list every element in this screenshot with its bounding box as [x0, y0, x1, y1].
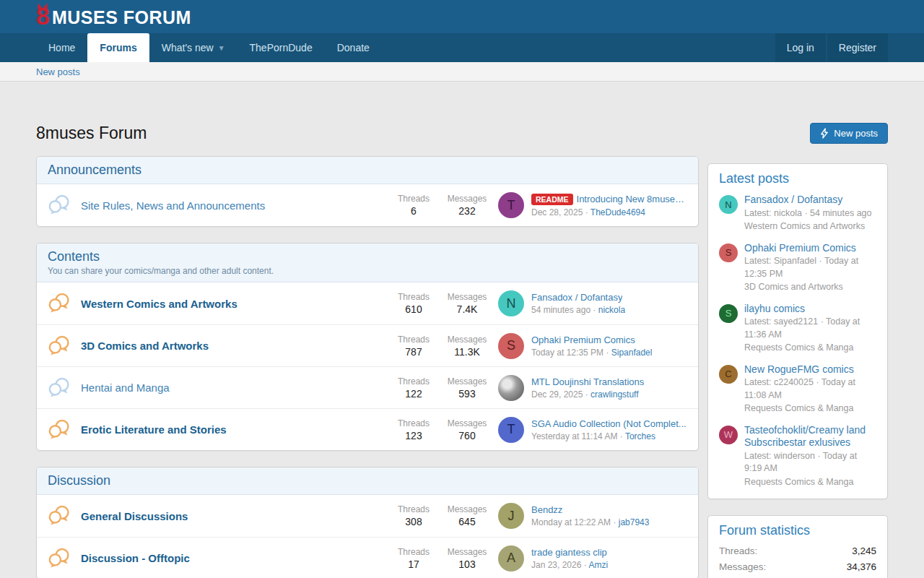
messages-stat: Messages 232: [445, 194, 489, 217]
nav-porndude[interactable]: ThePornDude: [237, 33, 325, 62]
widget-title: Latest posts: [719, 171, 876, 186]
latest-post: S Ophaki Premium Comics Today at 12:35 P…: [498, 333, 687, 359]
nav-donate[interactable]: Donate: [325, 33, 382, 62]
new-posts-button[interactable]: New posts: [810, 123, 888, 144]
threads-count: 610: [391, 303, 436, 315]
nav-forums[interactable]: Forums: [87, 33, 149, 62]
forum-row: Western Comics and Artworks Threads610 M…: [37, 282, 698, 324]
forum-link[interactable]: General Discussions: [81, 510, 188, 522]
avatar[interactable]: N: [498, 290, 524, 316]
register-button[interactable]: Register: [827, 33, 888, 62]
section-subtitle: You can share your comics/manga and othe…: [48, 266, 687, 276]
latest-meta: Jan 23, 2026 · Amzi: [531, 560, 608, 570]
latest-user-link[interactable]: jab7943: [619, 517, 650, 527]
threads-label: Threads: [391, 194, 436, 204]
avatar[interactable]: S: [719, 304, 738, 323]
forum-name: Requests Comics & Manga: [744, 402, 876, 415]
latest-user-link[interactable]: Torches: [625, 431, 655, 441]
messages-count: 645: [445, 516, 489, 527]
forum-unread-icon: [48, 293, 71, 314]
latest-post-item: W Tasteofchoklit/Creamy land Subscribest…: [719, 424, 876, 489]
latest-post: T README Introducing New 8muses ... Dec …: [498, 192, 687, 218]
latest-time: Monday at 12:22 AM ·: [531, 517, 616, 527]
page-title: 8muses Forum: [36, 124, 147, 143]
forum-unread-icon: [48, 548, 71, 569]
latest-meta: 54 minutes ago · nickola: [531, 305, 625, 315]
new-posts-button-label: New posts: [834, 128, 878, 139]
chevron-down-icon: ▼: [218, 44, 225, 52]
avatar[interactable]: T: [498, 417, 524, 443]
thread-link[interactable]: New RogueFMG comics: [744, 363, 854, 375]
latest-thread-link[interactable]: Ophaki Premium Comics: [531, 335, 635, 345]
threads-count: 6: [391, 205, 436, 217]
forum-link[interactable]: Discussion - Offtopic: [81, 552, 190, 564]
forum-link[interactable]: Western Comics and Artworks: [81, 298, 237, 310]
avatar[interactable]: T: [498, 192, 524, 218]
forum-link[interactable]: 3D Comics and Artworks: [81, 340, 209, 352]
readme-badge: README: [531, 194, 573, 205]
thread-link[interactable]: Tasteofchoklit/Creamy land Subscribestar…: [744, 424, 866, 449]
thread-link[interactable]: Fansadox / Dofantasy: [744, 194, 842, 205]
avatar[interactable]: S: [719, 243, 738, 262]
thread-link[interactable]: ilayhu comics: [744, 303, 805, 314]
stat-row: Messages: 34,376: [719, 561, 876, 572]
latest-time: Dec 28, 2025 ·: [531, 207, 588, 217]
avatar[interactable]: S: [498, 333, 524, 359]
latest-thread-link[interactable]: MTL Doujinshi Translations: [531, 376, 644, 387]
latest-post: A trade giantess clip Jan 23, 2026 · Amz…: [498, 545, 687, 571]
threads-count: 308: [391, 516, 436, 527]
stat-value: 3,245: [852, 545, 876, 556]
latest-post-item: N Fansadox / Dofantasy Latest: nickola ·…: [719, 194, 876, 233]
nav-whats-new[interactable]: What's new ▼: [149, 33, 237, 62]
header: 8 MUSES FORUM: [0, 0, 924, 33]
latest-meta: Today at 12:35 PM · Sipanfadel: [531, 348, 652, 358]
latest-thread-link[interactable]: Fansadox / Dofantasy: [531, 292, 622, 303]
avatar[interactable]: J: [498, 503, 524, 529]
latest-post-item: C New RogueFMG comics Latest: c2240025 ·…: [719, 363, 876, 415]
latest-user-link[interactable]: TheDude4694: [590, 207, 645, 217]
forum-link[interactable]: Hentai and Manga: [81, 381, 170, 394]
forum-statistics-widget: Forum statistics Threads: 3,245 Messages…: [707, 515, 888, 578]
forum-name: Western Comics and Artworks: [744, 220, 872, 233]
latest-post: J Bendzz Monday at 12:22 AM · jab7943: [498, 503, 687, 529]
messages-label: Messages: [445, 547, 489, 557]
section-contents: Contents You can share your comics/manga…: [36, 243, 699, 451]
forum-link[interactable]: Erotic Literature and Stories: [81, 423, 227, 436]
forum-link[interactable]: Site Rules, News and Announcements: [81, 199, 265, 212]
forum-row: General Discussions Threads308 Messages6…: [37, 495, 698, 537]
latest-user-link[interactable]: nickola: [598, 305, 625, 315]
stat-label: Threads:: [719, 545, 757, 556]
latest-user-link[interactable]: crawlingstuff: [590, 389, 638, 400]
avatar[interactable]: A: [498, 545, 524, 571]
latest-user-link[interactable]: Sipanfadel: [611, 348, 653, 358]
latest-thread-link[interactable]: trade giantess clip: [531, 547, 607, 558]
messages-label: Messages: [445, 504, 489, 514]
avatar[interactable]: C: [719, 365, 738, 384]
avatar[interactable]: N: [719, 195, 738, 214]
latest-post: N Fansadox / Dofantasy 54 minutes ago · …: [498, 290, 687, 316]
latest-thread-link[interactable]: SGA Audio Collection (Not Complet...: [531, 418, 687, 429]
stat-label: Messages:: [719, 561, 766, 572]
section-title: Contents: [48, 249, 687, 264]
avatar-photo[interactable]: [498, 375, 524, 401]
latest-thread-link[interactable]: Introducing New 8muses ...: [577, 194, 687, 204]
forum-row: 3D Comics and Artworks Threads787 Messag…: [37, 324, 698, 366]
threads-count: 787: [391, 346, 436, 358]
threads-count: 17: [391, 558, 436, 570]
forum-unread-icon: [48, 335, 71, 357]
avatar[interactable]: W: [719, 426, 738, 444]
latest-user-link[interactable]: Amzi: [588, 560, 608, 570]
messages-label: Messages: [445, 418, 489, 428]
forum-name: Requests Comics & Manga: [744, 476, 876, 489]
thread-link[interactable]: Ophaki Premium Comics: [744, 242, 856, 254]
latest-thread-link[interactable]: Bendzz: [531, 504, 562, 515]
threads-label: Threads: [391, 376, 436, 387]
login-button[interactable]: Log in: [775, 33, 826, 62]
subnav-new-posts-link[interactable]: New posts: [36, 66, 80, 77]
nav-home[interactable]: Home: [36, 33, 87, 62]
messages-count: 760: [445, 430, 489, 441]
forum-row: Hentai and Manga Threads122 Messages593 …: [37, 366, 698, 408]
threads-label: Threads: [391, 504, 436, 514]
site-logo[interactable]: 8 MUSES FORUM: [36, 7, 191, 27]
latest-meta: Latest: winderson · Today at 9:19 AM: [744, 450, 876, 475]
